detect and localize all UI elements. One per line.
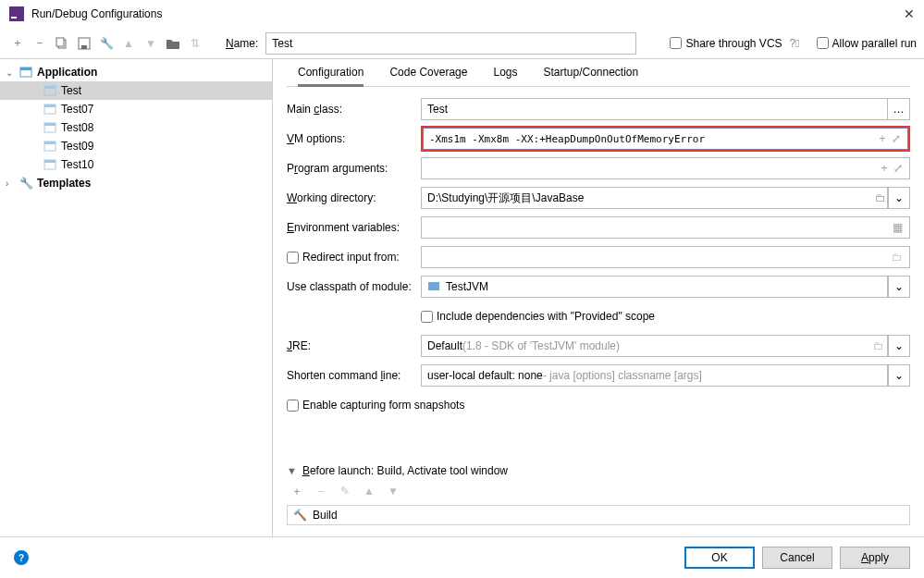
svg-rect-7 — [20, 68, 31, 70]
classpath-dropdown[interactable]: ⌄ — [888, 276, 910, 298]
svg-rect-18 — [428, 282, 439, 290]
hammer-icon: 🔨 — [293, 509, 307, 522]
tab-startup-connection[interactable]: Startup/Connection — [543, 66, 638, 86]
ok-button[interactable]: OK — [684, 547, 755, 569]
vm-options-input[interactable] — [423, 128, 908, 150]
enable-snapshots-checkbox[interactable]: Enable capturing form snapshots — [287, 399, 464, 412]
bl-down-button[interactable]: ▼ — [383, 481, 403, 501]
parallel-run-checkbox[interactable]: Allow parallel run — [817, 37, 917, 50]
vm-options-label: VM options: — [287, 132, 421, 145]
macro-insert-icon[interactable]: + — [875, 132, 890, 145]
name-input[interactable] — [265, 32, 636, 55]
sidebar-item-test07[interactable]: Test07 — [0, 100, 272, 118]
cancel-button[interactable]: Cancel — [762, 547, 832, 569]
sidebar-item-test[interactable]: Test — [0, 81, 272, 100]
svg-rect-13 — [44, 123, 55, 126]
chevron-down-icon: ⌄ — [6, 68, 15, 78]
folder-icon[interactable]: 🗀 — [871, 339, 886, 352]
application-icon — [43, 139, 57, 154]
copy-config-button[interactable] — [52, 33, 72, 54]
app-logo-icon — [9, 6, 24, 21]
wrench-icon: 🔧 — [18, 176, 33, 191]
redirect-input-checkbox[interactable]: Redirect input from: — [287, 251, 421, 264]
svg-rect-0 — [9, 6, 24, 21]
add-config-button[interactable]: ＋ — [7, 33, 28, 54]
save-config-button[interactable] — [74, 33, 94, 54]
program-args-label: Program arguments: — [287, 162, 421, 175]
folder-icon[interactable] — [163, 33, 183, 54]
working-dir-dropdown[interactable]: ⌄ — [888, 187, 910, 209]
folder-icon[interactable]: 🗀 — [873, 191, 888, 204]
list-icon[interactable]: ▦ — [890, 221, 905, 234]
working-dir-input[interactable] — [421, 187, 888, 209]
name-label: Name: — [226, 37, 258, 50]
working-dir-label: Working directory: — [287, 191, 421, 204]
content: Configuration Code Coverage Logs Startup… — [273, 59, 924, 536]
redirect-input-path — [421, 246, 910, 268]
jre-select[interactable]: Default (1.8 - SDK of 'TestJVM' module) — [421, 335, 888, 357]
include-provided-checkbox[interactable]: Include dependencies with "Provided" sco… — [421, 310, 655, 323]
macro-insert-icon[interactable]: + — [877, 162, 892, 175]
program-args-input[interactable] — [421, 157, 910, 179]
sidebar-item-application[interactable]: ⌄ Application — [0, 63, 272, 81]
help-button[interactable]: ? — [14, 550, 29, 565]
tab-code-coverage[interactable]: Code Coverage — [389, 66, 467, 86]
expand-icon[interactable]: ⤢ — [891, 162, 906, 175]
svg-rect-9 — [44, 86, 55, 89]
jre-dropdown[interactable]: ⌄ — [888, 335, 910, 357]
sidebar-item-test10[interactable]: Test10 — [0, 155, 272, 174]
svg-rect-1 — [11, 17, 17, 18]
move-up-button[interactable]: ▲ — [118, 33, 139, 54]
redirect-input-label: Redirect input from: — [287, 251, 421, 264]
before-launch-item[interactable]: 🔨 Build — [287, 505, 910, 525]
sidebar-label: Application — [37, 66, 97, 79]
share-help-icon[interactable]: ?⃝ — [790, 37, 800, 50]
expand-icon[interactable]: ⤢ — [889, 132, 904, 145]
bl-add-button[interactable]: ＋ — [287, 481, 307, 501]
bl-edit-button[interactable]: ✎ — [335, 481, 355, 501]
sidebar-item-templates[interactable]: › 🔧 Templates — [0, 174, 272, 192]
svg-rect-3 — [56, 38, 64, 46]
main-class-label: Main class: — [287, 103, 421, 116]
sidebar-label: Templates — [37, 177, 91, 190]
sidebar-item-test09[interactable]: Test09 — [0, 137, 272, 155]
share-vcs-checkbox[interactable]: Share through VCS — [670, 37, 782, 50]
svg-rect-17 — [44, 160, 55, 163]
close-icon[interactable]: ✕ — [904, 6, 915, 21]
application-icon — [43, 83, 57, 98]
browse-class-button[interactable]: … — [888, 98, 910, 120]
titlebar: Run/Debug Configurations ✕ — [0, 0, 924, 28]
before-launch-section: ▼ Before launch: Build, Activate tool wi… — [287, 464, 910, 536]
apply-button[interactable]: Apply — [840, 547, 910, 569]
module-icon — [427, 279, 440, 295]
classpath-select[interactable]: TestJVM — [421, 276, 888, 298]
tab-configuration[interactable]: Configuration — [298, 66, 363, 87]
footer: ? OK Cancel Apply — [0, 536, 924, 578]
classpath-label: Use classpath of module: — [287, 280, 421, 293]
env-vars-input[interactable] — [421, 216, 910, 239]
before-launch-header: Before launch: Build, Activate tool wind… — [302, 464, 508, 477]
svg-rect-5 — [81, 45, 87, 49]
main: ⌄ Application Test Test07 Test08 Test09 … — [0, 58, 924, 536]
sidebar-item-test08[interactable]: Test08 — [0, 118, 272, 137]
window-title: Run/Debug Configurations — [31, 7, 904, 20]
bl-up-button[interactable]: ▲ — [359, 481, 379, 501]
application-icon — [43, 157, 57, 172]
jre-label: JRE: — [287, 339, 421, 352]
wrench-icon[interactable]: 🔧 — [96, 33, 117, 54]
tab-logs[interactable]: Logs — [493, 66, 517, 86]
main-class-input[interactable] — [421, 98, 888, 120]
sort-icon[interactable]: ⇅ — [185, 33, 205, 54]
collapse-icon[interactable]: ▼ — [287, 465, 297, 476]
application-icon — [18, 65, 33, 80]
sidebar: ⌄ Application Test Test07 Test08 Test09 … — [0, 59, 273, 536]
shorten-cli-select[interactable]: user-local default: none - java [options… — [421, 364, 888, 387]
shorten-cli-dropdown[interactable]: ⌄ — [888, 364, 910, 387]
toolbar: ＋ － 🔧 ▲ ▼ ⇅ Name: Share through VCS ?⃝ A… — [0, 28, 924, 58]
application-icon — [43, 120, 57, 135]
svg-rect-15 — [44, 141, 55, 144]
move-down-button[interactable]: ▼ — [141, 33, 161, 54]
remove-config-button[interactable]: － — [30, 33, 50, 54]
tabs: Configuration Code Coverage Logs Startup… — [287, 59, 910, 87]
bl-remove-button[interactable]: － — [311, 481, 331, 501]
